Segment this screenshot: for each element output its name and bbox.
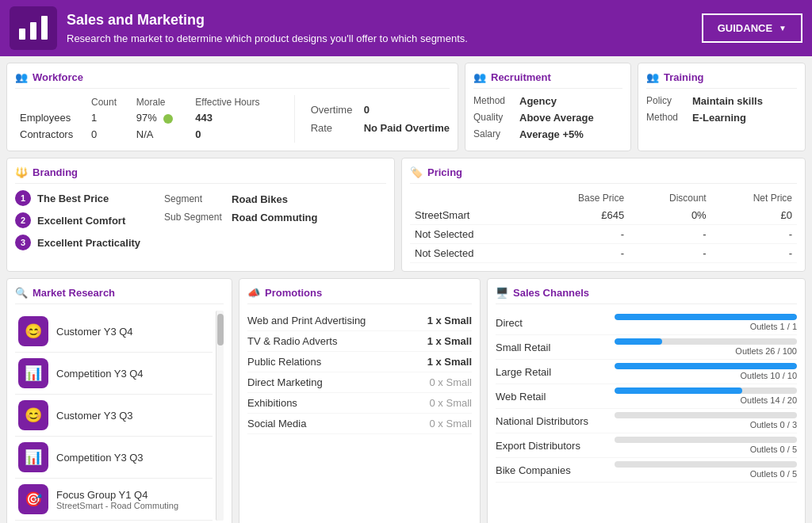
channel-bar-fill-1	[615, 338, 662, 345]
sales-channels-card: 🖥️ Sales Channels Direct Outlets 1 / 1 S…	[487, 278, 806, 523]
recruitment-salary-val: Average +5%	[519, 128, 584, 140]
training-method-label: Method	[646, 112, 686, 124]
pricing-header: 🏷️ Pricing	[410, 166, 797, 184]
promotions-row: Social Media 0 x Small	[247, 414, 472, 434]
pricing-col-net: Net Price	[711, 190, 797, 206]
pricing-product-2: Not Selected	[410, 244, 531, 263]
recruitment-method-label: Method	[473, 95, 513, 107]
market-list-item[interactable]: 😊 Customer Y3 Q4	[15, 311, 213, 353]
promo-name-4: Exhibitions	[247, 397, 297, 409]
market-list-item[interactable]: 📊 Competition Y3 Q4	[15, 353, 213, 395]
pricing-col-discount: Discount	[629, 190, 711, 206]
promotions-title: Promotions	[265, 287, 322, 299]
overtime-val: 0	[364, 104, 370, 116]
channel-name-4: National Distributors	[496, 415, 607, 427]
training-policy-row: Policy Maintain skills	[646, 95, 797, 107]
market-research-body: 😊 Customer Y3 Q4 📊 Competition Y3 Q4 😊 C…	[15, 311, 224, 521]
channel-bar-area-0: Outlets 1 / 1	[615, 314, 797, 331]
overtime-row: Overtime 0	[311, 104, 450, 116]
branding-subsegment-row: Sub Segment Road Commuting	[164, 212, 317, 223]
training-method-row: Method E-Learning	[646, 112, 797, 124]
market-item-icon-0: 😊	[18, 316, 48, 346]
top-row: 👥 Workforce Count Morale Effective Hours	[6, 63, 806, 151]
pricing-discount-2: -	[629, 244, 711, 263]
market-list-item[interactable]: 🎯 Focus Group Y1 Q4 StreetSmart - Road C…	[15, 479, 213, 521]
pricing-discount-0: 0%	[629, 206, 711, 225]
promo-name-3: Direct Marketing	[247, 376, 323, 388]
market-item-icon-3: 📊	[18, 442, 48, 472]
guidance-button[interactable]: GUIDANCE ▼	[702, 13, 802, 43]
market-research-icon: 🔍	[15, 287, 28, 299]
training-icon: 👥	[646, 71, 659, 83]
branding-item-2: 2 Excellent Comfort	[15, 212, 140, 228]
channel-row: Web Retail Outlets 14 / 20	[496, 384, 797, 409]
branding-item-1: 1 The Best Price	[15, 190, 140, 206]
market-item-text-1: Competition Y3 Q4	[56, 368, 144, 380]
app-header: Sales and Marketing Research the market …	[0, 0, 812, 56]
contractors-hours: 0	[190, 126, 285, 143]
channel-bar-area-4: Outlets 0 / 3	[615, 412, 797, 429]
promo-name-0: Web and Print Advertising	[247, 315, 366, 326]
pricing-card: 🏷️ Pricing Base Price Discount Net Price…	[401, 158, 806, 272]
pricing-discount-1: -	[629, 225, 711, 244]
employees-label: Employees	[15, 109, 86, 126]
svg-rect-1	[30, 22, 36, 40]
contractors-count: 0	[86, 126, 132, 143]
recruitment-title: Recruitment	[491, 71, 551, 83]
promo-val-5: 0 x Small	[430, 418, 472, 429]
channel-outlets-5: Outlets 0 / 5	[750, 445, 797, 454]
channel-name-2: Large Retail	[496, 366, 607, 378]
scrollbar[interactable]	[216, 311, 224, 521]
market-item-label-3: Competition Y3 Q3	[56, 452, 144, 464]
pricing-net-1: -	[711, 225, 797, 244]
recruitment-card: 👥 Recruitment Method Agency Quality Abov…	[465, 63, 631, 151]
morale-value: 97%	[136, 112, 157, 124]
branding-header: 🔱 Branding	[15, 166, 386, 184]
promo-val-3: 0 x Small	[430, 376, 472, 388]
channel-row: Small Retail Outlets 26 / 100	[496, 335, 797, 360]
promo-name-2: Public Relations	[247, 356, 321, 368]
branding-segments-col: Segment Road Bikes Sub Segment Road Comm…	[164, 190, 317, 250]
market-research-title: Market Research	[33, 287, 115, 299]
recruitment-method-row: Method Agency	[473, 95, 622, 107]
training-rows: Policy Maintain skills Method E-Learning	[646, 95, 797, 124]
channel-row: National Distributors Outlets 0 / 3	[496, 409, 797, 433]
market-item-label-2: Customer Y3 Q3	[56, 410, 133, 422]
contractors-morale: N/A	[132, 126, 190, 143]
pricing-table: Base Price Discount Net Price StreetSmar…	[410, 190, 797, 263]
employees-hours: 443	[190, 109, 285, 126]
col-hours: Effective Hours	[190, 95, 285, 109]
promo-name-1: TV & Radio Adverts	[247, 335, 337, 347]
morale-dot	[163, 114, 173, 124]
branding-title: Branding	[33, 166, 78, 178]
sales-channels-header: 🖥️ Sales Channels	[496, 287, 797, 304]
workforce-table-area: Count Morale Effective Hours Employees 1…	[15, 95, 286, 143]
workforce-icon: 👥	[15, 71, 28, 83]
promotions-card: 📣 Promotions Web and Print Advertising 1…	[239, 278, 481, 523]
pricing-row: Not Selected - - -	[410, 244, 797, 263]
market-list-item[interactable]: 😊 Customer Y3 Q3	[15, 395, 213, 437]
pricing-col-name	[410, 190, 531, 206]
overtime-label: Overtime	[311, 104, 354, 116]
segment-label: Segment	[164, 193, 224, 205]
svg-rect-0	[19, 29, 25, 40]
promo-val-0: 1 x Small	[427, 315, 472, 326]
channel-name-0: Direct	[496, 317, 607, 329]
market-list: 😊 Customer Y3 Q4 📊 Competition Y3 Q4 😊 C…	[15, 311, 213, 521]
pricing-icon: 🏷️	[410, 166, 423, 178]
training-header: 👥 Training	[646, 71, 797, 89]
pricing-base-1: -	[531, 225, 630, 244]
market-list-item[interactable]: 📊 Competition Y3 Q3	[15, 437, 213, 479]
guidance-arrow-icon: ▼	[779, 24, 787, 32]
sub-segment-label: Sub Segment	[164, 212, 224, 223]
scrollbar-thumb	[217, 314, 224, 345]
employees-morale: 97%	[132, 109, 190, 126]
pricing-col-base: Base Price	[531, 190, 630, 206]
recruitment-salary-row: Salary Average +5%	[473, 128, 622, 140]
market-research-card: 🔍 Market Research 😊 Customer Y3 Q4 📊 Com…	[6, 278, 232, 523]
channel-row: Large Retail Outlets 10 / 10	[496, 360, 797, 384]
workforce-header: 👥 Workforce	[15, 71, 450, 89]
pricing-base-0: £645	[531, 206, 630, 225]
recruitment-icon: 👥	[473, 71, 486, 83]
logo	[10, 6, 57, 50]
